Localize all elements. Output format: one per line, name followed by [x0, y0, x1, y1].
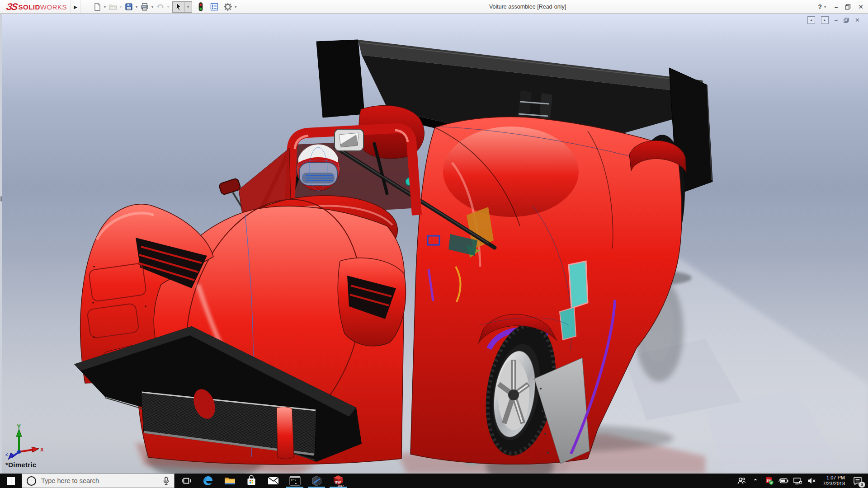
save-dropdown-caret[interactable]: ▾: [136, 5, 137, 9]
intake-mirror-box: [335, 129, 363, 151]
save-icon: [124, 2, 133, 11]
solidworks-2017-icon: SW 2017: [332, 475, 344, 487]
notification-badge: 3: [859, 482, 865, 488]
titlebar: ЗS SOLID WORKS ▶ ▾ ▾: [0, 0, 868, 14]
triad-z-label: Z: [5, 452, 8, 456]
panel-splitter-handle[interactable]: [0, 196, 2, 202]
document-window-controls: ◂ ▸ – ✕: [807, 16, 860, 24]
rebuild-traffic-light-icon: [197, 2, 204, 12]
task-view-icon: [181, 476, 191, 486]
composer-hexagon-icon: [311, 475, 322, 487]
driver-helmet: [297, 145, 340, 191]
select-dropdown-caret[interactable]: ▾: [184, 2, 192, 12]
undo-button[interactable]: [156, 1, 165, 12]
action-center-button[interactable]: 3: [851, 474, 864, 488]
solidworks-logo-solid: SOLID: [19, 3, 40, 11]
triad-x-arrow[interactable]: [32, 447, 39, 452]
options-dropdown-caret[interactable]: ▾: [235, 5, 236, 9]
print-dropdown-caret[interactable]: ▾: [151, 5, 153, 9]
people-icon[interactable]: [736, 475, 747, 487]
window-controls: ? ▾ – ✕: [818, 0, 863, 14]
open-button[interactable]: [108, 1, 118, 12]
tray-time: 1:07 PM: [826, 475, 845, 480]
tray-date: 7/23/2018: [823, 481, 845, 486]
power-battery-icon[interactable]: [778, 475, 789, 487]
save-button[interactable]: [124, 1, 134, 12]
restore-icon: [845, 4, 851, 10]
next-document-button[interactable]: ▸: [821, 16, 829, 24]
mail-icon: [268, 476, 279, 485]
store-button[interactable]: [241, 474, 262, 488]
file-explorer-button[interactable]: [219, 474, 241, 488]
taskbar-search[interactable]: [22, 474, 175, 488]
open-icon: [108, 2, 118, 11]
document-restore-icon: [844, 18, 849, 23]
taskbar-apps: C:\ SW 2017: [175, 474, 349, 488]
door-window-cyan: [569, 261, 588, 308]
windows-logo-icon: [7, 477, 15, 485]
windows-taskbar: C:\ SW 2017: [0, 474, 868, 488]
reference-triad[interactable]: Y X Z: [5, 424, 46, 460]
mail-button[interactable]: [262, 474, 284, 488]
solidworks-composer-button[interactable]: [306, 474, 327, 488]
edge-icon: [202, 475, 214, 487]
select-tool-group: ▾: [172, 1, 192, 13]
panel-splitter[interactable]: [0, 14, 2, 474]
solidworks-2017-button[interactable]: SW 2017: [327, 474, 349, 488]
triad-z-arrow[interactable]: [8, 453, 14, 460]
document-minimize-button[interactable]: –: [835, 17, 838, 23]
start-button[interactable]: [0, 474, 22, 488]
undo-icon: [156, 2, 165, 11]
solidworks-monitor-tray-icon[interactable]: SW: [764, 475, 775, 487]
new-document-icon: [93, 2, 102, 11]
edge-button[interactable]: [197, 474, 219, 488]
tray-overflow-chevron[interactable]: ⌃: [750, 475, 761, 487]
front-fender-right[interactable]: [338, 258, 406, 346]
options-button[interactable]: [223, 1, 233, 12]
search-input[interactable]: [40, 477, 158, 485]
help-button[interactable]: ?: [818, 3, 822, 10]
document-restore-button[interactable]: [844, 18, 849, 23]
volume-muted-icon[interactable]: [806, 475, 817, 487]
new-document-button[interactable]: [92, 1, 102, 12]
tray-clock[interactable]: 1:07 PM 7/23/2018: [820, 475, 848, 487]
cortana-icon: [27, 476, 36, 486]
car-assembly-model[interactable]: [0, 14, 868, 474]
grille-center-pillar: [277, 407, 294, 459]
menu-flyout-arrow-icon[interactable]: ▶: [71, 0, 80, 14]
triad-y-arrow[interactable]: [16, 429, 22, 436]
quick-access-toolbar: ▾ ▾ ▾: [92, 1, 238, 13]
select-button[interactable]: [173, 2, 184, 12]
svg-text:SW: SW: [335, 480, 341, 484]
file-explorer-icon: [224, 476, 236, 486]
restore-button[interactable]: [845, 4, 851, 10]
rebuild-button[interactable]: [197, 1, 205, 13]
file-properties-icon: [210, 2, 219, 11]
gear-icon: [223, 2, 232, 11]
network-icon[interactable]: [792, 475, 803, 487]
open-dropdown-caret[interactable]: ▾: [120, 5, 122, 9]
close-button[interactable]: ✕: [858, 3, 863, 10]
graphics-area[interactable]: ◂ ▸ – ✕: [0, 14, 868, 474]
solidworks-window: ЗS SOLID WORKS ▶ ▾ ▾: [0, 0, 868, 488]
document-close-button[interactable]: ✕: [855, 17, 860, 23]
undo-dropdown-caret[interactable]: ▾: [167, 5, 169, 9]
solidworks-logo-mark: ЗS: [5, 1, 18, 12]
svg-text:C:\: C:\: [291, 479, 296, 482]
command-prompt-button[interactable]: C:\: [284, 474, 306, 488]
solidworks-logo: ЗS SOLID WORKS: [0, 0, 71, 14]
file-properties-button[interactable]: [209, 1, 219, 12]
microphone-icon[interactable]: [163, 477, 170, 485]
triad-y-label: Y: [17, 424, 21, 429]
solidworks-logo-works: WORKS: [40, 3, 67, 11]
window-title: Voiture assomblee [Read-only]: [471, 0, 584, 14]
previous-document-button[interactable]: ◂: [807, 16, 815, 24]
new-dropdown-caret[interactable]: ▾: [104, 5, 106, 9]
minimize-button[interactable]: –: [835, 4, 838, 10]
store-icon: [246, 475, 257, 486]
triad-x-label: X: [40, 447, 44, 452]
print-button[interactable]: [140, 1, 150, 12]
system-tray: ⌃ SW: [736, 474, 868, 488]
help-dropdown-caret[interactable]: ▾: [824, 5, 826, 9]
task-view-button[interactable]: [175, 474, 197, 488]
